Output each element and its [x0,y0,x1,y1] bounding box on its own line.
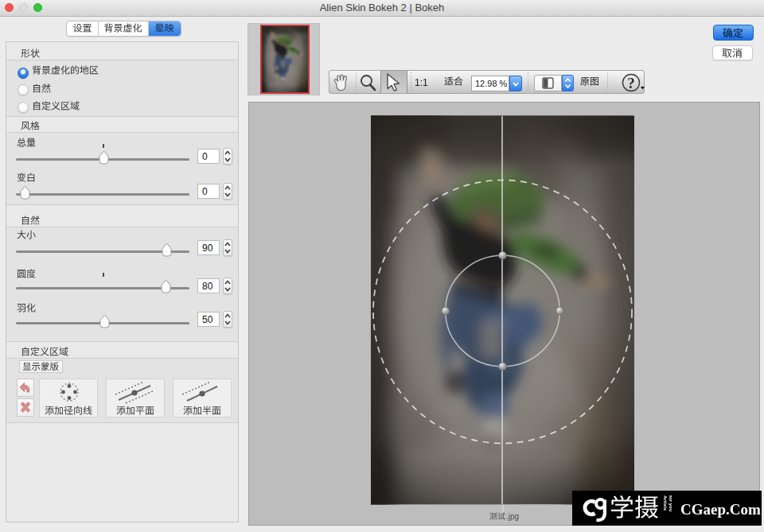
svg-text:Artists: Artists [663,495,668,511]
svg-text:for you: for you [668,495,672,512]
svg-text:?: ? [627,75,635,91]
